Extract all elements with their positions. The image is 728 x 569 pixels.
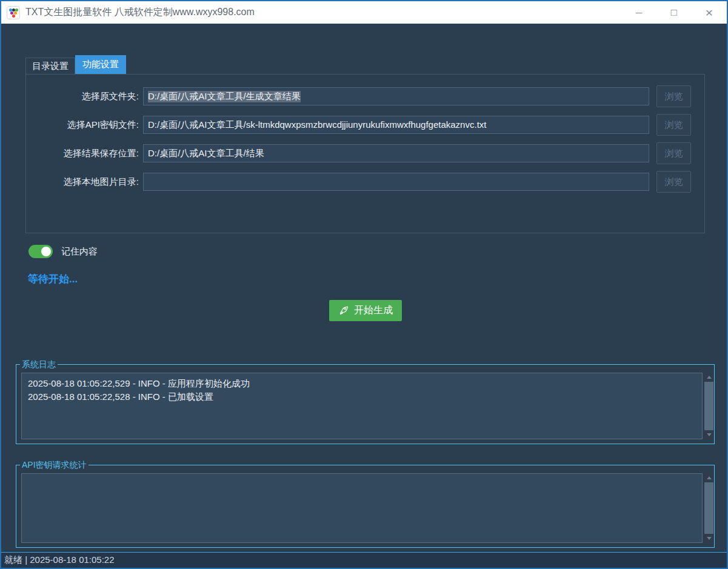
start-generate-button[interactable]: 开始生成 xyxy=(329,300,402,321)
maximize-icon: □ xyxy=(671,7,677,19)
start-generate-label: 开始生成 xyxy=(354,304,393,317)
scroll-down-icon[interactable] xyxy=(704,534,713,543)
system-log-textarea[interactable]: 2025-08-18 01:05:22,529 - INFO - 应用程序初始化… xyxy=(21,373,703,439)
local-image-dir-row: 选择本地图片目录: 浏览 xyxy=(32,171,691,193)
minimize-icon: ─ xyxy=(636,7,643,18)
status-bar: 就绪 | 2025-08-18 01:05:22 xyxy=(1,552,727,568)
source-folder-browse-button[interactable]: 浏览 xyxy=(656,85,691,107)
local-image-dir-browse-button[interactable]: 浏览 xyxy=(656,171,691,193)
result-location-row: 选择结果保存位置: D:/桌面/八戒AI文章工具/结果 浏览 xyxy=(32,142,691,164)
api-stats-group: API密钥请求统计 xyxy=(16,465,715,548)
app-icon xyxy=(7,6,20,19)
directory-settings-panel: 选择原文件夹: D:/桌面/八戒AI文章工具/生成文章结果 浏览 选择API密钥… xyxy=(25,74,705,233)
scroll-up-icon[interactable] xyxy=(704,473,713,482)
rocket-icon xyxy=(338,305,350,316)
source-folder-row: 选择原文件夹: D:/桌面/八戒AI文章工具/生成文章结果 浏览 xyxy=(32,85,691,107)
minimize-button[interactable]: ─ xyxy=(621,1,656,24)
close-button[interactable]: × xyxy=(692,1,727,24)
window-title: TXT文生图批量软件 八戒软件定制www.wxyx998.com xyxy=(25,6,255,19)
api-key-file-row: 选择API密钥文件: D:/桌面/八戒AI文章工具/sk-ltmkdqwxpsm… xyxy=(32,114,691,136)
system-log-title: 系统日志 xyxy=(20,359,58,370)
result-location-input[interactable]: D:/桌面/八戒AI文章工具/结果 xyxy=(143,144,649,162)
remember-toggle[interactable] xyxy=(28,245,53,258)
api-key-file-value: D:/桌面/八戒AI文章工具/sk-ltmkdqwxpsmzbrwcdjjiun… xyxy=(148,119,486,131)
scroll-down-icon[interactable] xyxy=(704,430,713,439)
api-stats-scrollbar[interactable] xyxy=(704,473,713,543)
log-line: 2025-08-18 01:05:22,529 - INFO - 应用程序初始化… xyxy=(28,377,696,390)
api-key-file-browse-button[interactable]: 浏览 xyxy=(656,114,691,136)
api-stats-title: API密钥请求统计 xyxy=(20,459,88,471)
api-stats-textarea[interactable] xyxy=(21,473,703,543)
scrollbar-thumb[interactable] xyxy=(704,382,713,430)
tab-function-settings[interactable]: 功能设置 xyxy=(75,55,126,74)
result-location-label: 选择结果保存位置: xyxy=(32,148,139,159)
wait-status-text: 等待开始... xyxy=(28,272,78,286)
title-bar: TXT文生图批量软件 八戒软件定制www.wxyx998.com ─ □ × xyxy=(1,1,727,24)
close-icon: × xyxy=(706,5,713,20)
remember-toggle-label: 记住内容 xyxy=(61,246,98,258)
result-location-browse-button[interactable]: 浏览 xyxy=(656,142,691,164)
app-window: TXT文生图批量软件 八戒软件定制www.wxyx998.com ─ □ × 目… xyxy=(0,0,728,569)
local-image-dir-input[interactable] xyxy=(143,173,649,191)
remember-toggle-row: 记住内容 xyxy=(28,245,98,258)
system-log-group: 系统日志 2025-08-18 01:05:22,529 - INFO - 应用… xyxy=(16,364,715,444)
system-log-scrollbar[interactable] xyxy=(704,373,713,439)
api-key-file-label: 选择API密钥文件: xyxy=(32,119,139,131)
scroll-up-icon[interactable] xyxy=(704,373,713,382)
tab-directory-settings[interactable]: 目录设置 xyxy=(25,58,75,74)
maximize-button[interactable]: □ xyxy=(656,1,692,24)
status-bar-text: 就绪 | 2025-08-18 01:05:22 xyxy=(4,554,115,566)
source-folder-value: D:/桌面/八戒AI文章工具/生成文章结果 xyxy=(148,91,301,102)
result-location-value: D:/桌面/八戒AI文章工具/结果 xyxy=(148,148,264,159)
local-image-dir-label: 选择本地图片目录: xyxy=(32,176,139,188)
api-key-file-input[interactable]: D:/桌面/八戒AI文章工具/sk-ltmkdqwxpsmzbrwcdjjiun… xyxy=(143,116,649,134)
source-folder-label: 选择原文件夹: xyxy=(32,91,139,102)
source-folder-input[interactable]: D:/桌面/八戒AI文章工具/生成文章结果 xyxy=(143,87,649,105)
scrollbar-thumb[interactable] xyxy=(704,482,713,534)
log-line: 2025-08-18 01:05:22,528 - INFO - 已加载设置 xyxy=(28,390,696,404)
tab-bar: 目录设置 功能设置 xyxy=(25,55,126,74)
window-controls: ─ □ × xyxy=(621,1,727,24)
toggle-knob-icon xyxy=(41,247,51,256)
